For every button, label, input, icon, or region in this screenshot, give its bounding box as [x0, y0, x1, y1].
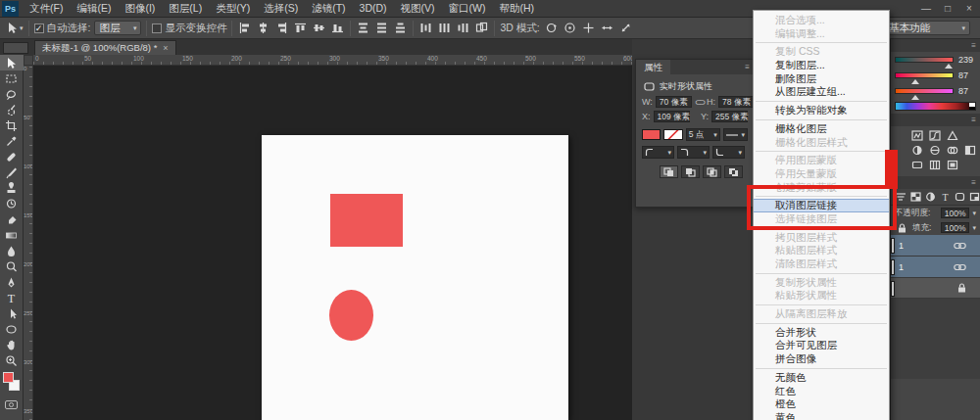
threed-pan-icon[interactable] [581, 22, 596, 35]
filter-smart-objects-icon[interactable] [969, 190, 980, 204]
context-menu-item[interactable]: 红色 [754, 385, 889, 398]
menu-item[interactable]: 文件(F) [23, 0, 70, 17]
vibrance-adjustment-icon[interactable] [910, 144, 923, 156]
panel-menu-icon[interactable]: ≡ [971, 116, 976, 124]
y-field[interactable]: 255 像素 [711, 111, 748, 122]
photo-filter-adjustment-icon[interactable] [910, 159, 923, 170]
auto-align-layers-icon[interactable] [474, 22, 489, 35]
black-white-adjustment-icon[interactable] [963, 144, 976, 156]
layer-row-rectangle[interactable]: 1 [891, 257, 980, 278]
corner-radius-control-2[interactable]: ▾ [677, 146, 710, 159]
color-spectrum-ramp[interactable] [895, 102, 976, 111]
foreground-color-swatch[interactable] [3, 372, 14, 383]
lock-icon[interactable] [895, 221, 909, 235]
filter-adjustment-layers-icon[interactable] [925, 190, 936, 204]
fill-value[interactable]: 100% [941, 222, 970, 233]
color-lookup-adjustment-icon[interactable] [946, 159, 958, 170]
minimize-button[interactable]: — [915, 0, 937, 17]
stroke-color-swatch[interactable] [663, 129, 682, 140]
pen-tool[interactable] [0, 274, 24, 290]
distribute-top-edges-icon[interactable] [356, 22, 370, 35]
menu-item[interactable]: 类型(Y) [209, 0, 257, 17]
align-horizontal-centers-icon[interactable] [256, 22, 270, 35]
threed-scale-icon[interactable] [618, 22, 633, 35]
menu-item[interactable]: 3D(D) [353, 0, 394, 17]
levels-adjustment-icon[interactable] [910, 129, 923, 141]
history-brush-tool[interactable] [0, 196, 24, 211]
align-right-edges-icon[interactable] [274, 22, 289, 35]
menu-item[interactable]: 窗口(W) [442, 0, 493, 17]
vertical-ruler[interactable]: 050100150200250300350 [24, 66, 33, 420]
type-tool[interactable]: T [0, 290, 24, 305]
corner-radius-control-3[interactable]: ▾ [712, 146, 745, 159]
eyedropper-tool[interactable] [0, 133, 24, 149]
distribute-bottom-edges-icon[interactable] [393, 22, 408, 35]
pathfinder-subtract-button[interactable] [681, 165, 700, 178]
chevron-down-icon[interactable]: ▾ [972, 210, 976, 217]
pathfinder-intersect-button[interactable] [703, 165, 721, 178]
context-menu-item[interactable]: 复制图层... [754, 59, 889, 72]
layer-thumbnail[interactable] [891, 281, 895, 297]
menu-item[interactable]: 编辑(E) [70, 0, 118, 17]
red-ellipse-shape[interactable] [329, 290, 373, 341]
context-menu-item[interactable]: 从图层建立组... [754, 85, 889, 99]
context-menu-item[interactable]: 合并形状 [754, 326, 889, 340]
distribute-left-edges-icon[interactable] [418, 22, 433, 35]
layer-thumbnail[interactable] [891, 259, 895, 275]
corner-radius-control-1[interactable]: ▾ [642, 146, 674, 159]
blue-slider[interactable] [895, 88, 954, 94]
pathfinder-combine-button[interactable] [660, 165, 678, 178]
x-field[interactable]: 109 像素 [654, 111, 690, 122]
canvas-area[interactable] [33, 66, 632, 420]
eraser-tool[interactable] [0, 211, 24, 227]
move-tool-badge-icon[interactable] [5, 22, 20, 35]
ruler-origin-corner[interactable] [24, 55, 33, 66]
quick-mask-mode-button[interactable] [5, 400, 18, 409]
restore-button[interactable]: □ [937, 0, 958, 17]
context-menu-item[interactable]: 栅格化图层 [754, 122, 889, 136]
horizontal-ruler[interactable]: 050100150200250300350400450500550600 [33, 55, 632, 66]
layer-thumbnail[interactable] [891, 238, 895, 254]
threed-rotate-icon[interactable] [544, 22, 559, 35]
hand-tool[interactable] [0, 337, 24, 352]
red-value[interactable]: 239 [958, 55, 978, 65]
blue-value[interactable]: 87 [958, 86, 978, 96]
gradient-tool[interactable] [0, 227, 24, 243]
filter-pixel-layers-icon[interactable] [910, 190, 921, 204]
path-selection-tool[interactable] [0, 305, 24, 321]
tool-preset-caret-icon[interactable]: ▾ [20, 24, 24, 32]
width-field[interactable]: 70 像素 [656, 96, 692, 108]
clone-stamp-tool[interactable] [0, 180, 24, 196]
slider-thumb-icon[interactable] [945, 64, 953, 69]
exposure-adjustment-icon[interactable] [946, 129, 958, 141]
filter-type-layers-icon[interactable]: T [940, 190, 951, 204]
slider-thumb-icon[interactable] [911, 95, 919, 100]
menu-item[interactable]: 选择(S) [257, 0, 305, 17]
context-menu-item[interactable]: 橙色 [754, 397, 889, 411]
threed-slide-icon[interactable] [600, 22, 614, 35]
align-vertical-centers-icon[interactable] [312, 22, 326, 35]
panel-menu-icon[interactable]: ≡ [971, 178, 976, 187]
panel-menu-icon[interactable]: ≡ [971, 41, 976, 50]
curves-adjustment-icon[interactable] [928, 129, 941, 141]
stroke-type-dropdown[interactable]: ▾ [723, 128, 748, 141]
context-menu-item[interactable]: 合并可见图层 [754, 339, 889, 352]
align-bottom-edges-icon[interactable] [330, 22, 345, 35]
channel-mixer-adjustment-icon[interactable] [928, 159, 941, 170]
spot-healing-brush-tool[interactable] [0, 149, 24, 164]
threed-roll-icon[interactable] [563, 22, 577, 35]
move-tool[interactable] [0, 55, 24, 70]
align-top-edges-icon[interactable] [293, 22, 308, 35]
panel-menu-icon[interactable]: ≡ [745, 63, 750, 71]
workspace-switcher[interactable]: 基本功能▾ [884, 21, 970, 35]
auto-select-dropdown[interactable]: 图层▾ [94, 21, 141, 35]
red-slider[interactable] [895, 57, 954, 63]
filter-shape-layers-icon[interactable] [955, 190, 965, 204]
auto-select-checkbox[interactable]: ✓ [34, 23, 44, 33]
menu-item[interactable]: 图层(L) [162, 0, 209, 17]
blur-tool[interactable] [0, 243, 24, 258]
tab-close-icon[interactable]: × [163, 43, 168, 53]
color-balance-adjustment-icon[interactable] [946, 144, 958, 156]
context-menu-item[interactable]: 拼合图像 [754, 352, 889, 366]
red-rectangle-shape[interactable] [330, 194, 403, 247]
